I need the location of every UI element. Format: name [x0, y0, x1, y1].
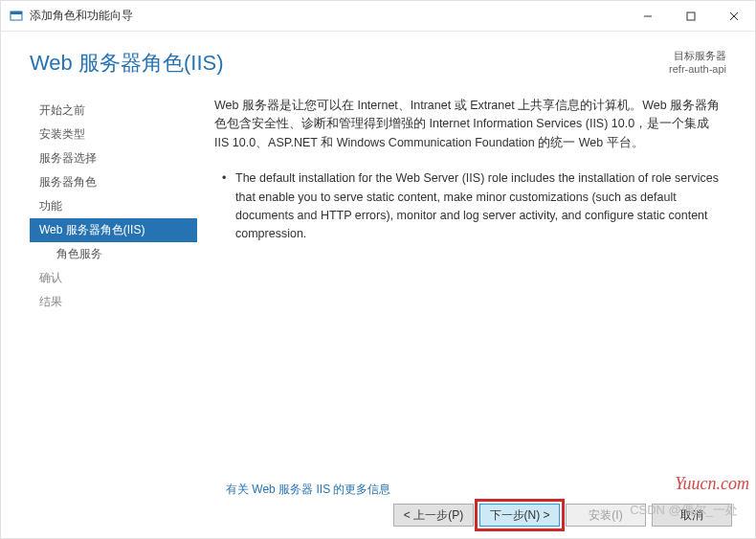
- notes-list: The default installation for the Web Ser…: [214, 169, 726, 244]
- app-icon: [9, 9, 24, 24]
- watermark-csdn: CSDN @偶尔_一处: [630, 502, 738, 519]
- next-button[interactable]: 下一步(N) >: [479, 504, 560, 527]
- target-server-info: 目标服务器 refr-auth-api: [669, 49, 726, 75]
- note-item: The default installation for the Web Ser…: [226, 169, 726, 244]
- svg-rect-1: [11, 11, 22, 14]
- sidebar-item-before-begin[interactable]: 开始之前: [30, 99, 197, 123]
- main-content: Web 服务器是让您可以在 Internet、Intranet 或 Extran…: [197, 97, 726, 478]
- previous-button[interactable]: < 上一步(P): [393, 504, 474, 527]
- watermark-yuucn: Yuucn.com: [675, 474, 749, 494]
- close-button[interactable]: [712, 2, 755, 31]
- wizard-sidebar: 开始之前 安装类型 服务器选择 服务器角色 功能 Web 服务器角色(IIS) …: [30, 97, 197, 478]
- intro-paragraph: Web 服务器是让您可以在 Internet、Intranet 或 Extran…: [214, 97, 726, 152]
- sidebar-item-results: 结果: [30, 290, 197, 314]
- page-title: Web 服务器角色(IIS): [30, 49, 224, 78]
- target-server-name: refr-auth-api: [669, 63, 726, 75]
- sidebar-item-install-type[interactable]: 安装类型: [30, 123, 197, 146]
- more-info-link[interactable]: 有关 Web 服务器 IIS 的更多信息: [1, 482, 755, 498]
- sidebar-item-confirm: 确认: [30, 266, 197, 290]
- window-title: 添加角色和功能向导: [30, 8, 626, 24]
- minimize-button[interactable]: [626, 2, 669, 31]
- sidebar-item-server-roles[interactable]: 服务器角色: [30, 170, 197, 194]
- sidebar-item-server-select[interactable]: 服务器选择: [30, 146, 197, 170]
- target-server-label: 目标服务器: [669, 49, 726, 63]
- maximize-button[interactable]: [669, 2, 712, 31]
- svg-rect-3: [687, 12, 695, 20]
- main-layout: 开始之前 安装类型 服务器选择 服务器角色 功能 Web 服务器角色(IIS) …: [1, 87, 755, 478]
- sidebar-item-role-services[interactable]: 角色服务: [30, 242, 197, 266]
- sidebar-item-iis-role[interactable]: Web 服务器角色(IIS): [30, 218, 197, 242]
- content-header: Web 服务器角色(IIS) 目标服务器 refr-auth-api: [1, 32, 755, 87]
- sidebar-item-features[interactable]: 功能: [30, 194, 197, 218]
- title-bar: 添加角色和功能向导: [1, 1, 755, 32]
- window-controls: [626, 2, 755, 31]
